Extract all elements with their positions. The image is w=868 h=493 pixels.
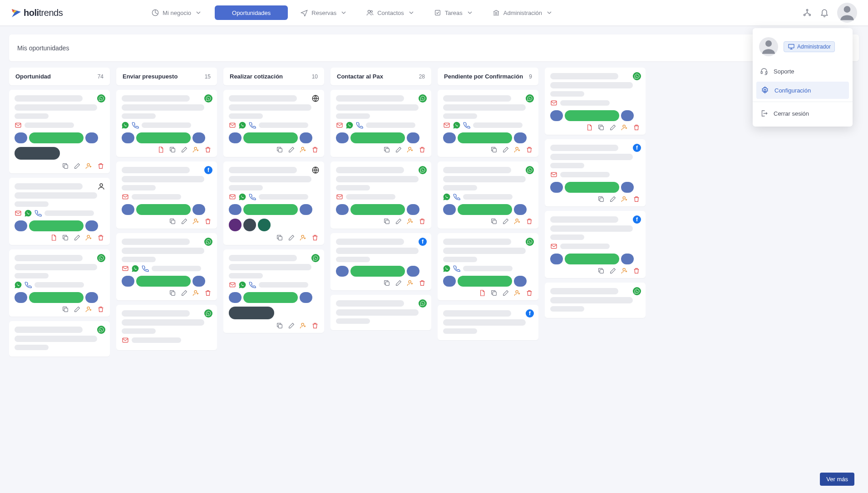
- assign-icon[interactable]: [514, 289, 521, 297]
- opportunity-card[interactable]: [545, 68, 646, 135]
- delete-icon[interactable]: [419, 218, 426, 225]
- edit-icon[interactable]: [502, 289, 509, 297]
- pdf-icon[interactable]: [157, 146, 164, 153]
- copy-icon[interactable]: [169, 218, 176, 225]
- mail-icon[interactable]: [122, 265, 129, 272]
- opportunity-card[interactable]: [438, 233, 538, 300]
- nav-item-users[interactable]: Contactos: [360, 5, 421, 20]
- copy-icon[interactable]: [169, 289, 176, 297]
- delete-icon[interactable]: [311, 146, 319, 153]
- assign-icon[interactable]: [621, 267, 628, 274]
- copy-icon[interactable]: [383, 146, 390, 153]
- opportunity-card[interactable]: [438, 161, 538, 229]
- nav-item-pie[interactable]: Mi negocio: [145, 5, 208, 20]
- assign-icon[interactable]: [621, 195, 628, 203]
- delete-icon[interactable]: [526, 146, 533, 153]
- assign-icon[interactable]: [300, 146, 307, 153]
- whatsapp-icon[interactable]: [443, 265, 450, 272]
- nav-item-plane[interactable]: Reservas: [294, 5, 354, 20]
- opportunity-card[interactable]: [9, 178, 110, 245]
- opportunity-card[interactable]: [9, 321, 110, 356]
- edit-icon[interactable]: [74, 162, 81, 170]
- edit-icon[interactable]: [609, 124, 616, 131]
- opportunity-card[interactable]: [116, 90, 217, 157]
- assign-icon[interactable]: [407, 218, 414, 225]
- opportunity-card[interactable]: [330, 90, 431, 157]
- phone-icon[interactable]: [249, 122, 256, 129]
- assign-icon[interactable]: [621, 124, 628, 131]
- assign-icon[interactable]: [85, 234, 93, 241]
- edit-icon[interactable]: [74, 234, 81, 241]
- edit-icon[interactable]: [502, 218, 509, 225]
- phone-icon[interactable]: [463, 122, 470, 129]
- opportunity-card[interactable]: [545, 283, 646, 318]
- delete-icon[interactable]: [311, 234, 319, 241]
- copy-icon[interactable]: [62, 306, 69, 313]
- assign-icon[interactable]: [85, 306, 93, 313]
- delete-icon[interactable]: [633, 195, 640, 203]
- load-more-button[interactable]: Ver más: [820, 473, 854, 486]
- assign-icon[interactable]: [192, 146, 200, 153]
- opportunity-card[interactable]: [223, 90, 324, 157]
- dropdown-item-logout[interactable]: Cerrar sesión: [753, 105, 853, 122]
- delete-icon[interactable]: [419, 279, 426, 287]
- phone-icon[interactable]: [453, 193, 460, 200]
- copy-icon[interactable]: [276, 146, 283, 153]
- delete-icon[interactable]: [204, 289, 212, 297]
- copy-icon[interactable]: [169, 146, 176, 153]
- copy-icon[interactable]: [597, 267, 605, 274]
- opportunity-card[interactable]: [223, 161, 324, 245]
- delete-icon[interactable]: [633, 124, 640, 131]
- phone-icon[interactable]: [35, 210, 42, 217]
- delete-icon[interactable]: [311, 322, 319, 329]
- phone-icon[interactable]: [249, 281, 256, 288]
- phone-icon[interactable]: [25, 281, 32, 288]
- whatsapp-icon[interactable]: [239, 122, 246, 129]
- opportunity-card[interactable]: [116, 233, 217, 300]
- pdf-icon[interactable]: [478, 289, 486, 297]
- opportunity-card[interactable]: f: [545, 139, 646, 206]
- opportunity-card[interactable]: [9, 249, 110, 317]
- mail-icon[interactable]: [122, 337, 129, 344]
- whatsapp-icon[interactable]: [239, 281, 246, 288]
- edit-icon[interactable]: [395, 279, 402, 287]
- mail-icon[interactable]: [15, 210, 22, 217]
- whatsapp-icon[interactable]: [15, 281, 22, 288]
- opportunity-card[interactable]: [330, 161, 431, 229]
- nav-item-bank[interactable]: Administración: [486, 5, 559, 20]
- delete-icon[interactable]: [526, 289, 533, 297]
- phone-icon[interactable]: [142, 265, 149, 272]
- opportunity-card[interactable]: [116, 305, 217, 350]
- assign-icon[interactable]: [407, 279, 414, 287]
- edit-icon[interactable]: [609, 267, 616, 274]
- whatsapp-icon[interactable]: [132, 265, 139, 272]
- edit-icon[interactable]: [395, 218, 402, 225]
- delete-icon[interactable]: [633, 267, 640, 274]
- copy-icon[interactable]: [276, 322, 283, 329]
- assign-icon[interactable]: [514, 146, 521, 153]
- delete-icon[interactable]: [97, 162, 104, 170]
- assign-icon[interactable]: [300, 322, 307, 329]
- whatsapp-icon[interactable]: [122, 122, 129, 129]
- assign-icon[interactable]: [192, 289, 200, 297]
- whatsapp-icon[interactable]: [443, 193, 450, 200]
- mail-icon[interactable]: [15, 122, 22, 129]
- edit-icon[interactable]: [181, 218, 188, 225]
- copy-icon[interactable]: [383, 218, 390, 225]
- copy-icon[interactable]: [490, 289, 498, 297]
- mail-icon[interactable]: [229, 193, 236, 200]
- delete-icon[interactable]: [97, 234, 104, 241]
- opportunity-card[interactable]: f: [330, 233, 431, 290]
- bell-icon[interactable]: [820, 8, 829, 17]
- opportunity-card[interactable]: f: [438, 305, 538, 340]
- edit-icon[interactable]: [181, 289, 188, 297]
- mail-icon[interactable]: [122, 193, 129, 200]
- copy-icon[interactable]: [597, 195, 605, 203]
- mail-icon[interactable]: [336, 122, 343, 129]
- assign-icon[interactable]: [192, 218, 200, 225]
- delete-icon[interactable]: [204, 218, 212, 225]
- whatsapp-icon[interactable]: [239, 193, 246, 200]
- avatar-button[interactable]: [837, 3, 857, 23]
- delete-icon[interactable]: [526, 218, 533, 225]
- delete-icon[interactable]: [204, 146, 212, 153]
